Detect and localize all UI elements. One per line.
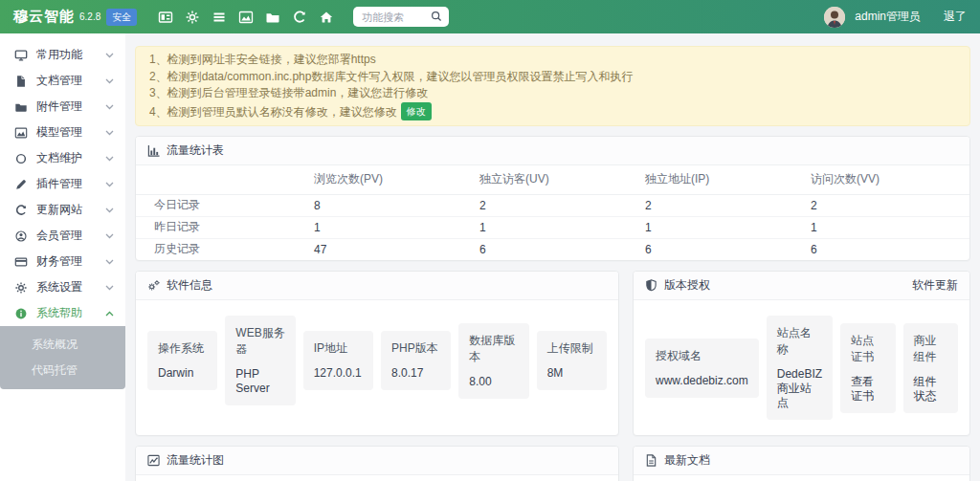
column-header-pv: 浏览次数(PV): [314, 165, 479, 194]
info-value: 127.0.0.1: [314, 366, 363, 381]
security-badge[interactable]: 安全: [106, 9, 137, 26]
row-label: 今日记录: [136, 194, 314, 216]
info-icon: [14, 307, 28, 320]
sidebar-item-settings[interactable]: 系统设置: [0, 274, 125, 300]
sidebar-item-members[interactable]: 会员管理: [0, 223, 125, 249]
sidebar-item-finance[interactable]: 财务管理: [0, 249, 125, 274]
topbar-icon-group: [158, 10, 334, 25]
main-content: 1、检测到网址非安全链接，建议您部署https 2、检测到data/common…: [125, 33, 980, 481]
license-card: 版本授权 软件更新 授权域名 www.dedebiz.com 站点名称 Dede…: [633, 271, 970, 436]
sidebar-item-help[interactable]: 系统帮助: [0, 300, 125, 326]
gear-icon[interactable]: [185, 10, 200, 25]
sidebar-item-common[interactable]: 常用功能: [0, 42, 125, 68]
chevron-down-icon: [105, 130, 114, 136]
traffic-table-header: 流量统计表: [136, 137, 969, 165]
sidebar: 常用功能 文档管理 附件管理 模型管理 文档维护 插件管理 更新网站 会员管理: [0, 33, 125, 481]
sidebar-item-models[interactable]: 模型管理: [0, 120, 125, 145]
chart-image-icon: [14, 126, 28, 140]
cell-value: 1: [314, 216, 479, 238]
cell-value: 1: [479, 216, 645, 238]
view-cert-link[interactable]: 查看证书: [851, 375, 884, 404]
search-icon[interactable]: [430, 10, 443, 23]
info-value: www.dedebiz.com: [656, 374, 748, 388]
chevron-down-icon: [105, 156, 114, 162]
license-box-cert: 站点证书 查看证书: [840, 323, 895, 413]
license-box-domain: 授权域名 www.dedebiz.com: [645, 339, 759, 398]
sidebar-item-update-site[interactable]: 更新网站: [0, 197, 125, 223]
detail-panel-icon[interactable]: [158, 10, 173, 25]
topbar: 穆云智能 6.2.8 安全 ad: [0, 0, 980, 33]
info-label: IP地址: [314, 340, 363, 357]
shield-icon: [645, 279, 657, 292]
chevron-down-icon: [105, 78, 114, 84]
info-value: 8M: [547, 366, 596, 381]
monitor-icon: [14, 49, 28, 62]
sidebar-item-label: 财务管理: [36, 253, 105, 270]
info-box-webserver: WEB服务器 PHP Server: [225, 316, 295, 405]
info-box-ip: IP地址 127.0.0.1: [303, 331, 373, 390]
chart-image-icon[interactable]: [238, 10, 254, 25]
avatar[interactable]: [824, 7, 845, 28]
alert-line: 2、检测到data/common.inc.php数据库文件写入权限，建议您以管理…: [149, 69, 956, 86]
info-label: 上传限制: [547, 340, 596, 357]
username-label[interactable]: admin管理员: [855, 9, 921, 25]
sidebar-item-attachments[interactable]: 附件管理: [0, 94, 125, 120]
logout-button[interactable]: 退了: [944, 9, 967, 25]
table-header-row: 浏览次数(PV) 独立访客(UV) 独立地址(IP) 访问次数(VV): [136, 165, 969, 194]
info-label: 数据库版本: [469, 333, 518, 365]
help-submenu: 系统概况 代码托管: [0, 326, 125, 389]
sidebar-item-plugins[interactable]: 插件管理: [0, 171, 125, 197]
sidebar-item-label: 系统帮助: [36, 305, 105, 321]
component-status-link[interactable]: 组件状态: [914, 375, 947, 404]
cell-value: 6: [645, 238, 811, 260]
traffic-chart-header: 流量统计图: [136, 447, 618, 475]
chevron-down-icon: [105, 208, 114, 213]
sidebar-item-documents[interactable]: 文档管理: [0, 68, 125, 94]
submenu-item-system-overview[interactable]: 系统概况: [0, 332, 125, 358]
home-icon[interactable]: [319, 10, 334, 25]
line-chart-icon: [147, 454, 160, 467]
circle-icon: [14, 152, 28, 165]
software-info-header: 软件信息: [136, 272, 618, 300]
info-box-os: 操作系统 Darwin: [147, 331, 217, 390]
refresh-icon[interactable]: [292, 10, 307, 25]
sidebar-item-label: 插件管理: [36, 176, 105, 192]
info-box-php: PHP版本 8.0.17: [381, 331, 451, 390]
alert-line: 1、检测到网址非安全链接，建议您部署https: [149, 52, 956, 69]
cell-value: 2: [479, 194, 645, 216]
card-title: 流量统计表: [167, 142, 224, 159]
cell-value: 6: [479, 238, 645, 260]
chevron-down-icon: [105, 259, 114, 265]
submenu-item-code-hosting[interactable]: 代码托管: [0, 358, 125, 383]
cell-value: 8: [314, 194, 479, 216]
row-label: 历史记录: [136, 238, 314, 260]
folder-icon[interactable]: [265, 10, 280, 25]
info-label: WEB服务器: [235, 325, 284, 358]
info-value: 8.00: [469, 375, 518, 389]
software-update-link[interactable]: 软件更新: [912, 277, 958, 294]
fix-button[interactable]: 修改: [401, 102, 432, 121]
chevron-down-icon: [105, 53, 114, 58]
column-header-vv: 访问次数(VV): [811, 165, 969, 194]
alert-line: 3、检测到后台管理登录链接带admin，建议您进行修改: [149, 85, 956, 102]
gear-icon: [14, 281, 28, 295]
chevron-down-icon: [105, 104, 114, 110]
chevron-up-icon: [105, 311, 114, 317]
info-label: 商业组件: [914, 333, 947, 365]
sidebar-item-label: 附件管理: [36, 98, 105, 115]
menu-icon[interactable]: [212, 10, 227, 25]
traffic-table-card: 流量统计表 浏览次数(PV) 独立访客(UV) 独立地址(IP) 访问次数(VV…: [135, 136, 970, 261]
cell-value: 47: [314, 238, 479, 260]
column-header-uv: 独立访客(UV): [479, 165, 645, 194]
column-header-ip: 独立地址(IP): [645, 165, 811, 194]
info-label: 授权域名: [656, 348, 748, 364]
info-label: 站点证书: [851, 333, 884, 365]
info-value: PHP Server: [235, 367, 284, 396]
latest-docs-card: 最新文档 这是一篇测试文章60000 2023-05-15 这是一篇测试文章59…: [633, 446, 970, 481]
software-info-card: 软件信息 操作系统 Darwin WEB服务器 PHP Server IP地址 …: [135, 271, 619, 436]
license-header: 版本授权 软件更新: [634, 272, 969, 300]
search-box: [353, 7, 449, 27]
sidebar-item-maintenance[interactable]: 文档维护: [0, 145, 125, 171]
info-label: 操作系统: [158, 340, 207, 357]
chevron-down-icon: [105, 182, 114, 187]
